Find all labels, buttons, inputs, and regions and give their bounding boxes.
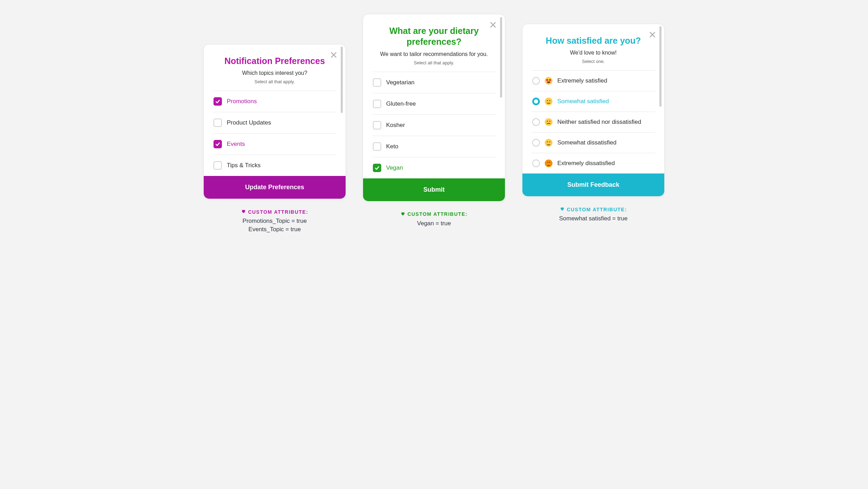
label-text: CUSTOM ATTRIBUTE:: [407, 211, 468, 217]
card-column-satisfaction: How satisfied are you? We'd love to know…: [522, 24, 665, 224]
sad-emoji-icon: [545, 139, 552, 147]
submit-button[interactable]: Submit: [363, 178, 505, 201]
option-gluten-free[interactable]: Gluten-free: [372, 93, 496, 114]
option-product-updates[interactable]: Product Updates: [213, 112, 337, 133]
card-header: Notification Preferences Which topics in…: [204, 44, 346, 88]
card-notification-preferences: Notification Preferences Which topics in…: [203, 44, 346, 199]
close-icon[interactable]: [647, 29, 658, 40]
close-icon[interactable]: [487, 19, 499, 30]
option-somewhat-dissatisfied[interactable]: Somewhat dissatisfied: [531, 133, 655, 153]
checkbox-icon: [373, 164, 381, 172]
custom-attribute-footer: CUSTOM ATTRIBUTE: Somewhat satisfied = t…: [559, 206, 628, 224]
scrollbar[interactable]: [659, 26, 661, 107]
checkbox-icon: [373, 121, 381, 129]
heart-icon: [400, 211, 405, 217]
option-label: Tips & Tricks: [227, 162, 261, 169]
option-label: Somewhat satisfied: [557, 98, 609, 105]
option-vegan[interactable]: Vegan: [372, 157, 496, 178]
card-header: How satisfied are you? We'd love to know…: [522, 24, 664, 68]
option-label: Neither satisfied nor dissatisfied: [557, 119, 641, 126]
scrollbar[interactable]: [500, 17, 502, 98]
options-scroll-area: Promotions Product Updates Events Tips &…: [204, 88, 346, 176]
checkbox-icon: [373, 100, 381, 108]
custom-attribute-label: CUSTOM ATTRIBUTE:: [241, 209, 308, 215]
option-label: Kosher: [386, 122, 405, 129]
option-label: Promotions: [227, 98, 257, 105]
card-note: Select all that apply.: [373, 60, 495, 65]
option-label: Vegetarian: [386, 79, 414, 86]
heart-eyes-emoji-icon: [545, 77, 552, 85]
neutral-emoji-icon: [545, 118, 552, 126]
option-events[interactable]: Events: [213, 134, 337, 155]
checkbox-icon: [373, 78, 381, 87]
card-note: Select one.: [532, 59, 654, 64]
options-scroll-area: Extremely satisfied Somewhat satisfied N…: [522, 68, 664, 173]
submit-feedback-button[interactable]: Submit Feedback: [522, 173, 664, 196]
option-vegetarian[interactable]: Vegetarian: [372, 72, 496, 93]
label-text: CUSTOM ATTRIBUTE:: [567, 207, 627, 212]
option-label: Vegan: [386, 164, 403, 171]
checkbox-icon: [214, 119, 222, 127]
smile-emoji-icon: [545, 98, 552, 105]
card-satisfaction: How satisfied are you? We'd love to know…: [522, 24, 665, 197]
option-label: Gluten-free: [386, 100, 416, 107]
radio-icon: [532, 98, 540, 105]
card-header: What are your dietary preferences? We wa…: [363, 14, 505, 70]
card-subtitle: We'd love to know!: [532, 50, 654, 56]
card-column-dietary: What are your dietary preferences? We wa…: [363, 14, 505, 228]
checkbox-icon: [214, 140, 222, 148]
option-label: Somewhat dissatisfied: [557, 139, 616, 146]
update-preferences-button[interactable]: Update Preferences: [204, 176, 346, 199]
option-neither[interactable]: Neither satisfied nor dissatisfied: [531, 112, 655, 132]
radio-icon: [532, 118, 540, 126]
angry-emoji-icon: [545, 160, 552, 167]
card-dietary-preferences: What are your dietary preferences? We wa…: [363, 14, 505, 201]
card-title: How satisfied are you?: [532, 34, 654, 50]
option-extremely-dissatisfied[interactable]: Extremely dissatisfied: [531, 153, 655, 173]
close-icon[interactable]: [328, 49, 339, 61]
card-subtitle: We want to tailor recommendations for yo…: [373, 51, 495, 57]
option-extremely-satisfied[interactable]: Extremely satisfied: [531, 71, 655, 91]
attribute-line: Somewhat satisfied = true: [559, 215, 628, 222]
option-promotions[interactable]: Promotions: [213, 91, 337, 112]
option-somewhat-satisfied[interactable]: Somewhat satisfied: [531, 91, 655, 112]
cards-wrapper: Notification Preferences Which topics in…: [179, 14, 689, 234]
custom-attribute-label: CUSTOM ATTRIBUTE:: [559, 206, 628, 212]
option-kosher[interactable]: Kosher: [372, 115, 496, 136]
card-subtitle: Which topics interest you?: [214, 70, 336, 76]
checkbox-icon: [214, 161, 222, 170]
card-title: What are your dietary preferences?: [373, 24, 495, 51]
attribute-line: Events_Topic = true: [241, 226, 308, 233]
radio-icon: [532, 77, 540, 85]
card-column-notifications: Notification Preferences Which topics in…: [203, 44, 346, 234]
option-label: Keto: [386, 143, 398, 150]
heart-icon: [560, 206, 565, 212]
option-tips-tricks[interactable]: Tips & Tricks: [213, 155, 337, 176]
card-note: Select all that apply.: [214, 79, 336, 84]
options-scroll-area: Vegetarian Gluten-free Kosher Keto: [363, 70, 505, 178]
scrollbar[interactable]: [341, 47, 343, 113]
label-text: CUSTOM ATTRIBUTE:: [248, 209, 308, 215]
checkbox-icon: [373, 142, 381, 151]
checkbox-icon: [214, 97, 222, 106]
option-label: Extremely satisfied: [557, 77, 607, 84]
custom-attribute-label: CUSTOM ATTRIBUTE:: [400, 211, 468, 217]
attribute-line: Promotions_Topic = true: [241, 218, 308, 225]
custom-attribute-footer: CUSTOM ATTRIBUTE: Promotions_Topic = tru…: [241, 209, 308, 234]
option-keto[interactable]: Keto: [372, 136, 496, 157]
heart-icon: [241, 209, 246, 215]
radio-icon: [532, 139, 540, 147]
attribute-line: Vegan = true: [400, 220, 468, 227]
option-label: Product Updates: [227, 119, 271, 126]
option-label: Events: [227, 141, 245, 148]
option-label: Extremely dissatisfied: [557, 160, 615, 167]
card-title: Notification Preferences: [214, 54, 336, 70]
radio-icon: [532, 160, 540, 167]
custom-attribute-footer: CUSTOM ATTRIBUTE: Vegan = true: [400, 211, 468, 228]
